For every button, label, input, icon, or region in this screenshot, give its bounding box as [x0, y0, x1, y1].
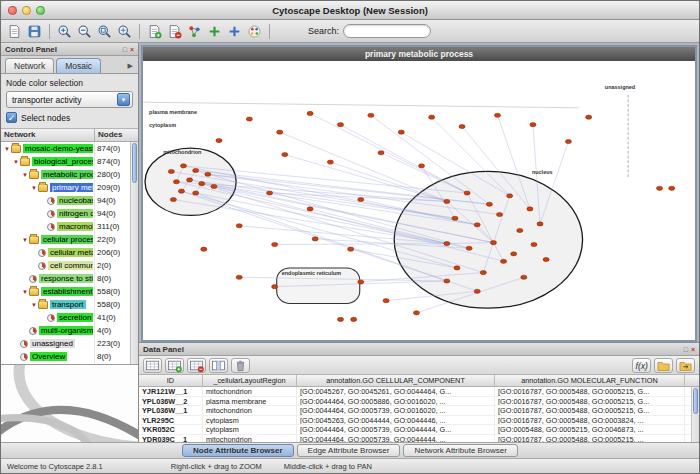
network-node[interactable] [586, 115, 592, 119]
network-node[interactable] [565, 139, 571, 143]
network-node[interactable] [348, 247, 354, 251]
network-node[interactable] [378, 151, 384, 155]
tree-row[interactable]: nucleobase...94(0) [1, 194, 138, 207]
tree-row[interactable]: ▼mosaic-demo-yeast874(0) [1, 142, 138, 155]
tree-row[interactable]: response to stimul...8(0) [1, 272, 138, 285]
tree-node-label[interactable]: transport [50, 300, 86, 309]
network-node[interactable] [170, 198, 176, 202]
network-node[interactable] [466, 246, 472, 250]
table-row[interactable]: YLR295Ccytoplasm[GO:0045263, GO:0044444,… [139, 416, 699, 426]
table-cell[interactable]: plasma membrane [203, 397, 297, 406]
tab-network[interactable]: Network [5, 58, 54, 73]
select-nodes-option[interactable]: ✓ Select nodes [6, 112, 133, 123]
network-node[interactable] [337, 317, 343, 321]
network-node[interactable] [246, 117, 252, 121]
network-node[interactable] [452, 216, 458, 220]
add-edge-icon[interactable] [225, 22, 244, 41]
network-node[interactable] [178, 189, 184, 193]
table-row[interactable]: YKR052Ccytoplasm[GO:0044464, GO:0005739,… [139, 425, 699, 435]
network-edge[interactable] [310, 113, 467, 193]
tree-expand-icon[interactable]: ▼ [21, 237, 29, 243]
tree-expand-icon[interactable]: ▼ [30, 185, 38, 191]
network-node[interactable] [358, 198, 364, 202]
clear-table-icon[interactable] [231, 358, 250, 373]
table-cell[interactable]: mitochondrion [203, 435, 297, 442]
network-node[interactable] [474, 223, 480, 227]
tree-row[interactable]: Overview8(0) [1, 350, 138, 363]
network-node[interactable] [464, 191, 470, 195]
table-cell[interactable]: cytoplasm [203, 425, 297, 434]
network-node[interactable] [216, 139, 222, 143]
minimize-window-button[interactable] [22, 6, 31, 15]
table-row[interactable]: YPL036W__1mitochondrion[GO:0044464, GO:0… [139, 406, 699, 416]
zoom-selected-icon[interactable] [95, 22, 114, 41]
network-node[interactable] [236, 224, 242, 228]
network-node[interactable] [517, 228, 523, 232]
tree-row[interactable]: cellular metabol...206(0) [1, 246, 138, 259]
tree-node-label[interactable]: nitrogen compou... [57, 209, 93, 218]
network-node[interactable] [398, 130, 404, 134]
tree-expand-icon[interactable]: ▼ [12, 159, 20, 165]
network-node[interactable] [413, 311, 419, 315]
zoom-fit-icon[interactable] [115, 22, 134, 41]
float-panel-icon[interactable]: □ [123, 46, 127, 53]
network-node[interactable] [511, 252, 517, 256]
tree-node-label[interactable]: secretion [57, 313, 93, 322]
table-cell[interactable]: [GO:0005488, GO:0005215, GO:0046873, ... [495, 425, 685, 434]
table-row[interactable]: YJR121W__1mitochondrion[GO:0045267, GO:0… [139, 387, 699, 397]
network-node[interactable] [418, 164, 424, 168]
float-data-panel-icon[interactable]: □ [684, 346, 688, 353]
network-node[interactable] [444, 242, 450, 246]
network-node[interactable] [187, 178, 193, 182]
tree-expand-icon[interactable]: ▼ [3, 146, 11, 152]
close-data-panel-icon[interactable]: × [691, 346, 695, 353]
tree-node-label[interactable]: metabolic process [41, 170, 93, 179]
table-cell[interactable]: mitochondrion [203, 387, 297, 396]
search-input[interactable] [343, 24, 431, 38]
table-cell[interactable]: YDR039C__1 [139, 435, 203, 442]
vizmapper-icon[interactable] [245, 22, 264, 41]
tree-scrollbar[interactable] [130, 142, 138, 364]
network-node[interactable] [236, 275, 242, 279]
table-cell[interactable]: YPL036W__2 [139, 397, 203, 406]
attribute-select[interactable]: transporter activity ▾ [6, 91, 133, 108]
create-attribute-icon[interactable] [165, 358, 184, 373]
close-panel-icon[interactable]: × [130, 46, 134, 53]
tree-row[interactable]: multi-organism pro...4(0) [1, 324, 138, 337]
network-node[interactable] [312, 237, 318, 241]
table-cell[interactable]: [GO:0044464, GO:0005886, GO:0016020, ... [297, 397, 495, 406]
tree-node-label[interactable]: macromolecule... [57, 222, 93, 231]
table-cell[interactable]: YKR052C [139, 425, 203, 434]
tree-row[interactable]: ▼establishment of lo...558(0) [1, 285, 138, 298]
tree-node-label[interactable]: response to stimul... [39, 274, 93, 283]
table-cell[interactable]: [GO:0016787, GO:0005488, GO:0005215, G..… [495, 397, 685, 406]
network-node[interactable] [444, 199, 450, 203]
network-node[interactable] [307, 207, 313, 211]
network-node[interactable] [282, 153, 288, 157]
network-node[interactable] [531, 242, 537, 246]
network-node[interactable] [383, 299, 389, 303]
table-cell[interactable]: [GO:0016787, GO:0005488, GO:0005215, G..… [495, 387, 685, 396]
tree-row[interactable]: ▼transport558(0) [1, 298, 138, 311]
network-node[interactable] [173, 180, 179, 184]
tab-scroll-right-icon[interactable]: ▶ [128, 62, 136, 73]
network-node[interactable] [267, 191, 273, 195]
tree-column-network[interactable]: Network [1, 129, 95, 141]
network-node[interactable] [307, 111, 313, 115]
network-node[interactable] [351, 317, 357, 321]
network-canvas[interactable]: plasma membranecytoplasmmitochondrionnuc… [143, 61, 695, 340]
export-attributes-icon[interactable] [676, 358, 695, 373]
tree-node-label[interactable]: unassigned [30, 339, 75, 348]
import-attributes-icon[interactable] [654, 358, 673, 373]
table-row[interactable]: YDR039C__1mitochondrion[GO:0044464, GO:0… [139, 435, 699, 442]
tree-row[interactable]: unassigned223(0) [1, 337, 138, 350]
tree-row[interactable]: cell communicat...2(0) [1, 259, 138, 272]
table-row[interactable]: YPL036W__2plasma membrane[GO:0044464, GO… [139, 397, 699, 407]
tree-node-label[interactable]: nucleobase... [57, 196, 93, 205]
table-cell[interactable]: [GO:0044464, GO:0005739, GO:0044444, G..… [297, 425, 495, 434]
tree-row[interactable]: nitrogen compou...94(0) [1, 207, 138, 220]
network-node[interactable] [193, 191, 199, 195]
table-cell[interactable]: [GO:0045263, GO:0044444, GO:0044446, ... [297, 416, 495, 425]
tab-mosaic[interactable]: Mosaic [56, 58, 101, 73]
network-node[interactable] [490, 241, 496, 245]
